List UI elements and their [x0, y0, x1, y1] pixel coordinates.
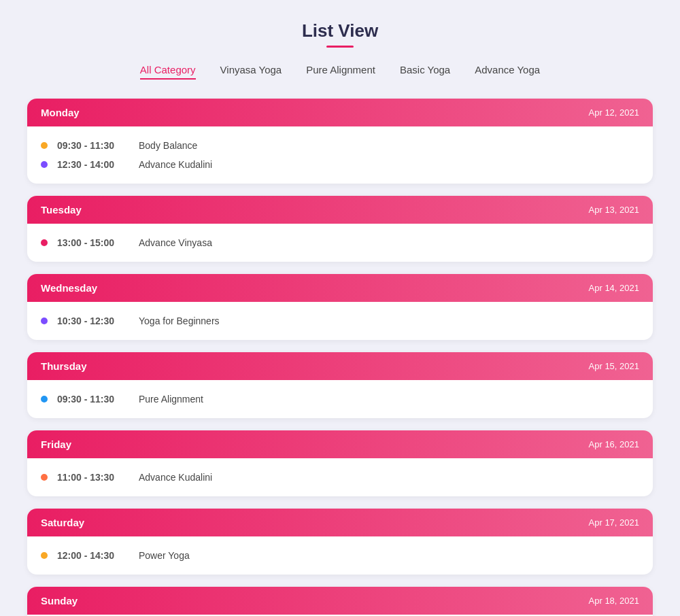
day-name: Tuesday: [41, 204, 82, 216]
day-events: 11:00 - 13:30Advance Kudalini: [27, 458, 653, 496]
event-name: Yoga for Beginners: [139, 315, 220, 326]
event-time: 12:00 - 14:30: [57, 550, 132, 561]
day-card-tuesday: TuesdayApr 13, 202113:00 - 15:00Advance …: [27, 196, 653, 262]
day-events: 12:00 - 14:30Power Yoga: [27, 536, 653, 575]
day-card-wednesday: WednesdayApr 14, 202110:30 - 12:30Yoga f…: [27, 274, 653, 340]
day-card-saturday: SaturdayApr 17, 202112:00 - 14:30Power Y…: [27, 509, 653, 575]
day-date: Apr 18, 2021: [589, 596, 639, 606]
tab-basic-yoga[interactable]: Basic Yoga: [400, 64, 450, 80]
day-name: Wednesday: [41, 282, 97, 294]
event-dot-yellow: [41, 552, 48, 559]
day-card-monday: MondayApr 12, 202109:30 - 11:30Body Bala…: [27, 99, 653, 184]
day-header-monday: MondayApr 12, 2021: [27, 99, 653, 126]
day-date: Apr 12, 2021: [589, 107, 639, 118]
day-date: Apr 17, 2021: [589, 517, 639, 528]
days-container: MondayApr 12, 202109:30 - 11:30Body Bala…: [27, 99, 653, 616]
event-name: Advance Kudalini: [139, 159, 212, 170]
day-events: 13:00 - 15:00Advance Vinyasa: [27, 224, 653, 262]
event-dot-orange: [41, 474, 48, 481]
day-card-thursday: ThursdayApr 15, 202109:30 - 11:30Pure Al…: [27, 352, 653, 418]
category-tabs: All CategoryVinyasa YogaPure AlignmentBa…: [27, 64, 653, 80]
event-dot-blue: [41, 396, 48, 403]
day-header-saturday: SaturdayApr 17, 2021: [27, 509, 653, 536]
day-header-friday: FridayApr 16, 2021: [27, 430, 653, 458]
event-row: 09:30 - 11:30Pure Alignment: [41, 390, 639, 409]
event-name: Advance Vinyasa: [139, 237, 212, 248]
event-name: Body Balance: [139, 140, 197, 151]
event-row: 09:30 - 11:30Body Balance: [41, 136, 639, 155]
day-name: Friday: [41, 439, 71, 450]
day-header-tuesday: TuesdayApr 13, 2021: [27, 196, 653, 224]
event-time: 12:30 - 14:00: [57, 159, 132, 170]
day-card-friday: FridayApr 16, 202111:00 - 13:30Advance K…: [27, 430, 653, 496]
event-time: 09:30 - 11:30: [57, 140, 132, 151]
event-time: 09:30 - 11:30: [57, 394, 132, 405]
event-name: Power Yoga: [139, 550, 190, 561]
tab-vinyasa-yoga[interactable]: Vinyasa Yoga: [220, 64, 282, 80]
day-name: Thursday: [41, 360, 87, 372]
day-name: Sunday: [41, 595, 78, 606]
event-dot-purple: [41, 161, 48, 168]
tab-pure-alignment[interactable]: Pure Alignment: [306, 64, 375, 80]
day-card-sunday: SundayApr 18, 202109:30 - 11:30Hatha Yog…: [27, 587, 653, 616]
day-date: Apr 16, 2021: [589, 439, 639, 449]
event-dot-yellow: [41, 142, 48, 149]
event-time: 10:30 - 12:30: [57, 315, 132, 326]
day-header-wednesday: WednesdayApr 14, 2021: [27, 274, 653, 302]
event-dot-red: [41, 239, 48, 246]
day-date: Apr 14, 2021: [589, 283, 639, 293]
day-name: Saturday: [41, 517, 84, 528]
tab-advance-yoga[interactable]: Advance Yoga: [475, 64, 540, 80]
event-row: 12:00 - 14:30Power Yoga: [41, 546, 639, 565]
day-date: Apr 13, 2021: [589, 205, 639, 215]
event-name: Advance Kudalini: [139, 472, 212, 483]
event-time: 11:00 - 13:30: [57, 472, 132, 483]
event-name: Pure Alignment: [139, 394, 203, 405]
event-dot-purple: [41, 318, 48, 324]
day-date: Apr 15, 2021: [589, 361, 639, 371]
event-row: 12:30 - 14:00Advance Kudalini: [41, 155, 639, 174]
day-events: 09:30 - 11:30Body Balance12:30 - 14:00Ad…: [27, 126, 653, 184]
event-row: 11:00 - 13:30Advance Kudalini: [41, 468, 639, 487]
event-row: 10:30 - 12:30Yoga for Beginners: [41, 311, 639, 330]
day-header-sunday: SundayApr 18, 2021: [27, 587, 653, 615]
day-events: 09:30 - 11:30Pure Alignment: [27, 380, 653, 418]
event-time: 13:00 - 15:00: [57, 237, 132, 248]
title-underline: [326, 46, 354, 48]
day-header-thursday: ThursdayApr 15, 2021: [27, 352, 653, 380]
tab-all-category[interactable]: All Category: [140, 64, 196, 80]
day-name: Monday: [41, 107, 80, 118]
page-title: List View: [27, 20, 653, 41]
day-events: 10:30 - 12:30Yoga for Beginners: [27, 302, 653, 340]
event-row: 13:00 - 15:00Advance Vinyasa: [41, 233, 639, 252]
